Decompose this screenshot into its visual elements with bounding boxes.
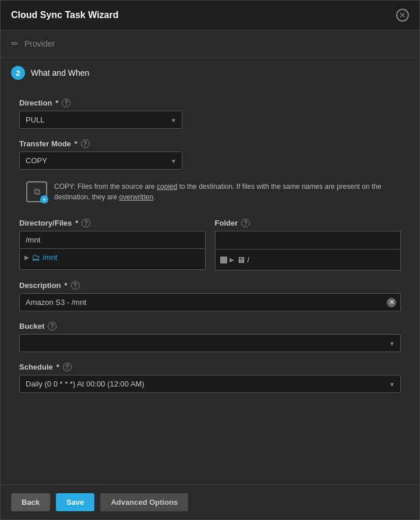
description-input-wrapper: ✕ (19, 293, 401, 311)
schedule-select[interactable]: Daily (0 0 * * *) At 00:00 (12:00 AM) (19, 375, 401, 393)
copy-link-overwritten: overwritten (119, 193, 153, 201)
description-clear-button[interactable]: ✕ (387, 298, 396, 307)
step-provider-label: Provider (24, 39, 55, 48)
copy-description-text: COPY: Files from the source are copied t… (54, 181, 394, 202)
directory-input[interactable] (19, 231, 206, 249)
folder-help-icon[interactable]: ? (241, 219, 250, 227)
copy-text-end: . (153, 193, 155, 201)
transfer-mode-field-group: Transfer Mode * ? COPY MOVE SYNC ▼ ⧉ (19, 139, 401, 208)
schedule-label: Schedule * ? (19, 363, 401, 371)
direction-select-wrapper: PULL PUSH ▼ (19, 111, 182, 129)
tree-arrow-icon: ▶ (24, 254, 29, 261)
cloud-sync-dialog: Cloud Sync Task Wizard ✕ ✏ Provider 2 Wh… (0, 0, 420, 520)
bucket-select[interactable] (19, 334, 401, 352)
transfer-mode-help-icon[interactable]: ? (81, 139, 90, 148)
direction-label: Direction * ? (19, 99, 401, 107)
edit-icon: ✏ (11, 38, 19, 49)
directory-help-icon[interactable]: ? (82, 219, 90, 227)
folder-col: Folder ? ▶ 🖥 / (215, 219, 401, 270)
description-input[interactable] (19, 293, 401, 311)
schedule-help-icon[interactable]: ? (63, 363, 72, 371)
copy-text-prefix: COPY: Files from the source are (54, 182, 157, 191)
direction-help-icon[interactable]: ? (62, 99, 70, 107)
description-label: Description * ? (19, 281, 401, 290)
copy-pages-icon: ⧉ (34, 187, 40, 197)
bucket-label: Bucket ? (19, 322, 401, 331)
back-button[interactable]: Back (11, 493, 50, 511)
tree-folder-icon: 🗂 (31, 252, 40, 262)
tree-item-label: /mnt (43, 253, 57, 262)
directory-tree-item[interactable]: ▶ 🗂 /mnt (24, 252, 200, 262)
folder-label: Folder ? (215, 219, 401, 227)
save-button[interactable]: Save (56, 493, 94, 511)
step-what-and-when-label: What and When (31, 68, 89, 78)
bucket-field-group: Bucket ? ▼ (19, 322, 401, 352)
direction-select[interactable]: PULL PUSH (19, 111, 182, 129)
folder-chevron-icon: ▶ (230, 257, 234, 263)
copy-info-box: ⧉ + COPY: Files from the source are copi… (19, 175, 401, 208)
copy-link-copied: copied (157, 182, 177, 191)
dialog-header: Cloud Sync Task Wizard ✕ (1, 1, 419, 30)
copy-icon-box: ⧉ + (26, 181, 47, 202)
folder-display: / (248, 255, 250, 264)
bucket-help-icon[interactable]: ? (48, 322, 57, 331)
folder-icon: 🖥 (237, 255, 245, 265)
transfer-mode-select[interactable]: COPY MOVE SYNC (19, 152, 182, 170)
close-button[interactable]: ✕ (396, 9, 409, 22)
dialog-body: ✏ Provider 2 What and When Direction * ?… (1, 30, 419, 484)
schedule-field-group: Schedule * ? Daily (0 0 * * *) At 00:00 … (19, 363, 401, 393)
form-section: Direction * ? PULL PUSH ▼ Transfer Mode … (1, 88, 419, 414)
bucket-select-wrapper: ▼ (19, 334, 401, 352)
advanced-options-button[interactable]: Advanced Options (100, 493, 188, 511)
transfer-mode-select-wrapper: COPY MOVE SYNC ▼ (19, 152, 182, 170)
folder-area: ▶ 🖥 / (215, 250, 401, 270)
dialog-title: Cloud Sync Task Wizard (11, 10, 118, 20)
footer-bar: Back Save Advanced Options (1, 484, 419, 519)
directory-files-label: Directory/Files * ? (19, 219, 206, 227)
dir-folder-row: Directory/Files * ? ▶ 🗂 /mnt (19, 219, 401, 270)
folder-input-placeholder (215, 231, 401, 250)
step-what-and-when: 2 What and When (1, 58, 419, 88)
description-field-group: Description * ? ✕ (19, 281, 401, 311)
copy-plus-icon: + (40, 195, 48, 203)
step-provider: ✏ Provider (1, 30, 419, 57)
description-help-icon[interactable]: ? (71, 281, 80, 290)
directory-tree-area: ▶ 🗂 /mnt (19, 249, 206, 270)
direction-field-group: Direction * ? PULL PUSH ▼ (19, 99, 401, 129)
step-badge: 2 (11, 66, 25, 80)
directory-files-col: Directory/Files * ? ▶ 🗂 /mnt (19, 219, 206, 270)
folder-square-icon (220, 257, 227, 263)
schedule-select-wrapper: Daily (0 0 * * *) At 00:00 (12:00 AM) ▼ (19, 375, 401, 393)
transfer-mode-label: Transfer Mode * ? (19, 139, 401, 148)
